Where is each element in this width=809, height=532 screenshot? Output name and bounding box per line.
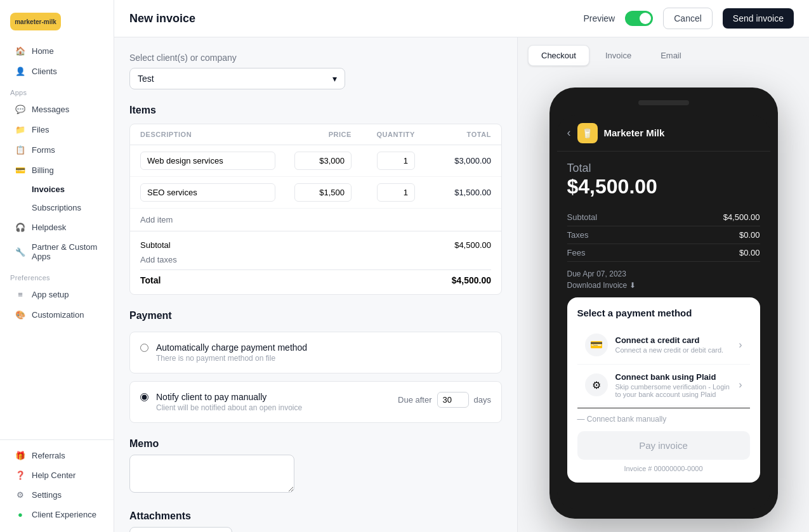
download-icon: ⬇ — [629, 281, 636, 290]
sidebar-referrals-label: Referrals — [32, 451, 65, 460]
item-qty-input-1[interactable] — [377, 152, 415, 170]
total-value: $4,500.00 — [452, 275, 491, 285]
payment-option-credit-card[interactable]: 💳 Connect a credit card Connect a new cr… — [577, 326, 750, 365]
client-select[interactable]: Test ▾ — [129, 68, 345, 89]
attachments-title: Attachments — [129, 510, 502, 522]
item-description-input-1[interactable] — [140, 152, 275, 170]
partner-icon: 🔧 — [15, 247, 25, 257]
phone-taxes-line: Taxes $0.00 — [567, 226, 760, 244]
due-after-row: Due after days — [398, 392, 491, 408]
sidebar-item-billing[interactable]: 💳 Billing — [5, 160, 109, 179]
billing-icon: 💳 — [15, 165, 25, 175]
phone-due-date: Due Apr 07, 2023 — [567, 269, 760, 278]
table-row: $3,000.00 — [130, 145, 501, 177]
sidebar: marketer-milk 🏠 Home 👤 Clients Apps 💬 Me… — [0, 0, 114, 532]
sidebar-item-helpcenter[interactable]: ❓ Help Center — [5, 465, 109, 484]
phone-subtotal-value: $4,500.00 — [723, 212, 760, 222]
payment-section: Payment Automatically charge payment met… — [129, 310, 502, 423]
tab-email[interactable]: Email — [647, 45, 695, 66]
sidebar-item-settings[interactable]: ⚙ Settings — [5, 485, 109, 504]
add-taxes-link[interactable]: Add taxes — [140, 252, 491, 267]
sidebar-item-partner[interactable]: 🔧 Partner & Custom Apps — [5, 238, 109, 266]
item-price-input-2[interactable] — [294, 183, 352, 202]
appsetup-icon: ≡ — [15, 289, 25, 299]
back-icon[interactable]: ‹ — [567, 126, 571, 139]
due-after-label: Due after — [398, 395, 431, 405]
sidebar-item-helpdesk[interactable]: 🎧 Helpdesk — [5, 217, 109, 237]
sidebar-item-clients-label: Clients — [32, 67, 57, 76]
upload-attachment-button[interactable]: ⬆ Upload attachment — [129, 527, 232, 532]
sidebar-item-files[interactable]: 📁 Files — [5, 120, 109, 139]
client-exp-icon: ● — [15, 509, 25, 519]
logo-box: marketer-milk — [10, 13, 61, 30]
subtotal-label: Subtotal — [140, 240, 171, 250]
sidebar-helpcenter-label: Help Center — [32, 470, 76, 480]
content-area: Select client(s) or company Test ▾ Items… — [114, 37, 809, 532]
pay-invoice-button[interactable]: Pay invoice — [577, 431, 750, 460]
sidebar-item-clients[interactable]: 👤 Clients — [5, 62, 109, 81]
download-label: Download Invoice — [567, 281, 628, 290]
attachments-section: Attachments ⬆ Upload attachment — [129, 510, 502, 532]
plaid-sub: Skip cumbersome verification - Login to … — [615, 383, 732, 398]
sidebar-item-messages[interactable]: 💬 Messages — [5, 100, 109, 119]
forms-icon: 📋 — [15, 145, 25, 155]
memo-textarea[interactable] — [129, 455, 294, 493]
tab-invoice[interactable]: Invoice — [592, 45, 645, 66]
items-table-header: DESCRIPTION PRICE QUANTITY TOTAL — [130, 124, 501, 145]
payment-method-card: Select a payment method 💳 Connect a cred… — [567, 297, 760, 483]
files-icon: 📁 — [15, 124, 25, 134]
item-description-input-2[interactable] — [140, 183, 275, 202]
send-invoice-button[interactable]: Send invoice — [723, 8, 794, 29]
connect-bank-manual-partial: — Connect bank manually — [577, 410, 750, 429]
cancel-button[interactable]: Cancel — [663, 8, 713, 29]
preview-toggle[interactable] — [625, 11, 653, 26]
phone-download-invoice[interactable]: Download Invoice ⬇ — [567, 281, 760, 290]
helpdesk-icon: 🎧 — [15, 222, 25, 232]
sidebar-item-forms[interactable]: 📋 Forms — [5, 140, 109, 159]
client-section-label: Select client(s) or company — [129, 53, 502, 63]
arrow-right-icon: › — [739, 379, 742, 391]
payment-divider — [577, 408, 750, 408]
auto-charge-row: Automatically charge payment method Ther… — [140, 342, 491, 363]
sidebar-item-subscriptions[interactable]: Subscriptions — [5, 199, 109, 216]
tab-checkout[interactable]: Checkout — [528, 45, 589, 66]
memo-section: Memo — [129, 438, 502, 495]
preview-tabs: Checkout Invoice Email — [518, 37, 809, 74]
phone-content: ‹ 🥛 Marketer Milk Total $4,500.00 Subtot… — [557, 115, 770, 509]
plaid-name: Connect bank using Plaid — [615, 372, 732, 382]
add-item-link[interactable]: Add item — [130, 209, 501, 231]
payment-method-title: Select a payment method — [577, 308, 750, 318]
item-total-1: $3,000.00 — [415, 156, 491, 165]
plaid-icon: ⚙ — [585, 373, 608, 396]
phone-fees-value: $0.00 — [739, 248, 760, 257]
sidebar-item-home[interactable]: 🏠 Home — [5, 41, 109, 60]
phone-brand-name: Marketer Milk — [604, 127, 665, 138]
preview-panel: Checkout Invoice Email ‹ 🥛 Marketer Milk — [517, 37, 809, 532]
manual-notify-radio[interactable] — [140, 393, 148, 401]
sidebar-item-appsetup[interactable]: ≡ App setup — [5, 285, 109, 304]
payment-option-auto: Automatically charge payment method Ther… — [129, 332, 502, 373]
sidebar-appsetup-label: App setup — [32, 290, 69, 299]
form-area: Select client(s) or company Test ▾ Items… — [114, 37, 517, 532]
sidebar-item-invoices[interactable]: Invoices — [5, 181, 109, 198]
client-selected-value: Test — [138, 74, 154, 84]
sidebar-messages-label: Messages — [32, 105, 69, 114]
sidebar-item-client-experience[interactable]: ● Client Experience — [5, 505, 109, 524]
auto-charge-sublabel: There is no payment method on file — [156, 354, 307, 363]
col-total: TOTAL — [415, 131, 491, 138]
settings-icon: ⚙ — [15, 490, 25, 500]
sidebar-item-customization[interactable]: 🎨 Customization — [5, 305, 109, 324]
auto-charge-radio[interactable] — [140, 344, 148, 352]
item-qty-input-2[interactable] — [377, 183, 415, 202]
phone-subtotal-line: Subtotal $4,500.00 — [567, 209, 760, 226]
sidebar-item-home-label: Home — [32, 46, 54, 56]
due-days-input[interactable] — [437, 392, 469, 408]
payment-option-plaid[interactable]: ⚙ Connect bank using Plaid Skip cumberso… — [577, 365, 750, 406]
sidebar-item-referrals[interactable]: 🎁 Referrals — [5, 446, 109, 465]
phone-brand-logo: 🥛 — [577, 123, 598, 143]
item-price-input-1[interactable] — [294, 152, 352, 170]
credit-card-name: Connect a credit card — [615, 335, 732, 345]
sidebar-files-label: Files — [32, 125, 49, 134]
phone-taxes-value: $0.00 — [739, 230, 760, 240]
phone-wrapper: ‹ 🥛 Marketer Milk Total $4,500.00 Subtot… — [518, 74, 809, 532]
